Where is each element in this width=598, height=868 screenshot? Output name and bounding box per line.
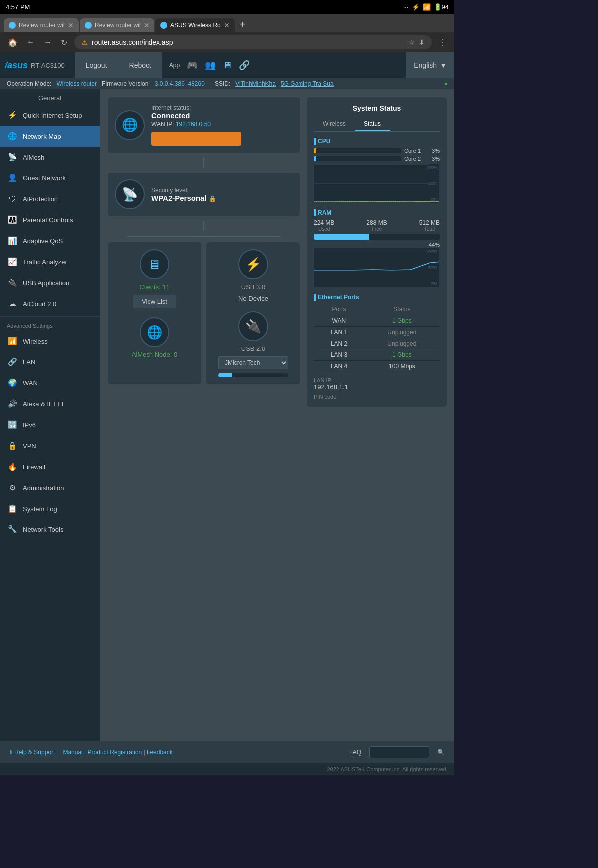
sidebar-item-aimesh-label: AiMesh [23,154,44,161]
wan-icon: 🌍 [7,377,18,388]
sidebar-item-alexa-label: Alexa & IFTTT [23,400,65,408]
bluetooth-icon: ⚡ [412,3,420,11]
aimesh-number: 0 [174,351,177,358]
eth-port-name: LAN 3 [314,349,364,361]
ssid1[interactable]: ViTinhMinhKha [235,80,276,87]
tab-1-close[interactable]: ✕ [68,21,74,29]
eth-port-status: 100 Mbps [364,361,440,372]
sidebar-item-wireless[interactable]: 📶 Wireless [0,331,100,351]
content-area: 🌐 Internet status: Connected WAN IP: 192… [100,89,454,741]
forward-button[interactable]: → [42,36,54,49]
tab-2-close[interactable]: ✕ [144,21,150,29]
sidebar-item-aicloud[interactable]: ☁ AiCloud 2.0 [0,293,100,314]
firmware-label: Firmware Version: [102,80,150,87]
reboot-button[interactable]: Reboot [118,52,162,78]
ssid2[interactable]: 5G Gaming Tra Sua [281,80,334,87]
lan-icon: 🔗 [7,356,18,367]
home-button[interactable]: 🏠 [6,36,20,49]
footer-search-input[interactable] [369,746,429,758]
faq-label: FAQ [349,749,361,756]
language-label: English [414,61,437,69]
traffic-analyzer-icon: 📈 [7,256,18,267]
sidebar-item-aimesh[interactable]: 📡 AiMesh [0,147,100,168]
manual-link[interactable]: Manual [63,749,82,756]
router-icon: 📡 [115,179,145,209]
eth-port-name: LAN 1 [314,327,364,338]
router-card: 📡 Security level: WPA2-Personal 🔒 [108,173,300,216]
sidebar-item-alexa[interactable]: 🔊 Alexa & IFTTT [0,393,100,414]
cpu-core2-row: Core 2 3% [314,156,440,162]
sidebar-item-aiprotection[interactable]: 🛡 AiProtection [0,188,100,209]
sidebar-item-quick-setup[interactable]: ⚡ Quick Internet Setup [0,105,100,126]
tab-1[interactable]: Review router wif ✕ [4,18,79,32]
ram-pct: 44% [314,242,440,248]
sidebar-item-network-tools[interactable]: 🔧 Network Tools [0,519,100,540]
admin-icon: ⚙ [7,482,18,493]
sidebar-item-adaptive-qos[interactable]: 📊 Adaptive QoS [0,230,100,251]
usb20-device-select[interactable]: JMicron Tech [218,356,288,369]
sidebar-item-usb-application[interactable]: 🔌 USB Application [0,272,100,293]
tab-wireless[interactable]: Wireless [314,117,355,131]
sidebar-item-system-log[interactable]: 📋 System Log [0,498,100,519]
lan-ip-label: LAN IP [314,377,440,383]
tab-3[interactable]: ASUS Wireless Ro ✕ [155,18,235,32]
usb30-device: No Device [238,295,268,302]
general-section-label: General [0,89,100,105]
connector-line-1 [203,158,204,168]
app-label: App [169,62,180,69]
status-bar: 4:57 PM ··· ⚡ 📶 🔋94 [0,0,454,14]
sidebar-item-administration[interactable]: ⚙ Administration [0,477,100,498]
security-value: WPA2-Personal 🔒 [151,194,293,202]
logout-button[interactable]: Logout [75,52,118,78]
table-row: WAN1 Gbps [314,315,440,327]
router-model: RT-AC3100 [31,62,65,69]
sidebar-item-lan-label: LAN [23,358,35,366]
refresh-button[interactable]: ↻ [59,36,69,49]
tab-status[interactable]: Status [355,117,390,131]
view-list-button[interactable]: View List [133,295,176,308]
language-selector[interactable]: English ▼ [406,52,454,78]
cpu-core1-label: Core 1 [404,148,424,154]
warning-icon: ⚠ [81,38,88,46]
star-icon[interactable]: ☆ [408,38,415,46]
usb20-label: USB 2.0 [241,345,265,352]
tab-3-icon [160,22,167,29]
ram-header: 224 MB Used 288 MB Free 512 MB Total [314,219,440,232]
tab-2[interactable]: Review router wif ✕ [80,18,154,32]
search-icon[interactable]: 🔍 [437,749,445,756]
ethernet-table: Ports Status WAN1 GbpsLAN 1UnpluggedLAN … [314,304,440,372]
sidebar-item-parental-controls[interactable]: 👨‍👩‍👧 Parental Controls [0,209,100,230]
sidebar-item-traffic-analyzer[interactable]: 📈 Traffic Analyzer [0,251,100,272]
ram-used-col: 224 MB Used [314,219,334,232]
sidebar-item-lan[interactable]: 🔗 LAN [0,351,100,372]
tab-2-label: Review router wif [95,22,141,29]
menu-button[interactable]: ⋮ [437,36,448,49]
sidebar-item-wan[interactable]: 🌍 WAN [0,372,100,393]
cpu-core1-fill [314,148,316,153]
help-support-link[interactable]: ℹ Help & Support [10,749,55,756]
router-ui: /asus RT-AC3100 Logout Reboot App 🎮 👥 🖥 … [0,52,454,775]
eth-port-status: Unplugged [364,327,440,338]
sidebar-item-vpn[interactable]: 🔒 VPN [0,435,100,456]
advanced-section-label: Advanced Settings [0,319,100,331]
download-icon[interactable]: ⬇ [419,38,425,46]
sidebar-item-firewall[interactable]: 🔥 Firewall [0,456,100,477]
url-text: router.asus.com/index.asp [92,38,404,46]
back-button[interactable]: ← [25,36,37,49]
sidebar-item-ipv6[interactable]: 🔢 IPv6 [0,414,100,435]
internet-card: 🌐 Internet status: Connected WAN IP: 192… [108,97,300,153]
sidebar-item-network-map[interactable]: 🌐 Network Map [0,126,100,147]
alexa-icon: 🔊 [7,398,18,409]
tab-3-close[interactable]: ✕ [224,21,230,29]
new-tab-button[interactable]: + [236,17,250,32]
feedback-link[interactable]: Feedback [147,749,173,756]
ram-total-value: 512 MB [419,219,440,226]
op-mode-value: Wireless router [56,80,97,87]
system-status-panel: System Status Wireless Status CPU Core 1… [307,97,447,733]
product-reg-link[interactable]: Product Registration [88,749,142,756]
url-bar[interactable]: ⚠ router.asus.com/index.asp ☆ ⬇ [74,35,432,49]
sidebar-item-guest-network[interactable]: 👤 Guest Network [0,168,100,188]
status-title: System Status [314,104,440,112]
ssid-label: SSID: [215,80,230,87]
info-bar: Operation Mode: Wireless router Firmware… [0,78,454,89]
